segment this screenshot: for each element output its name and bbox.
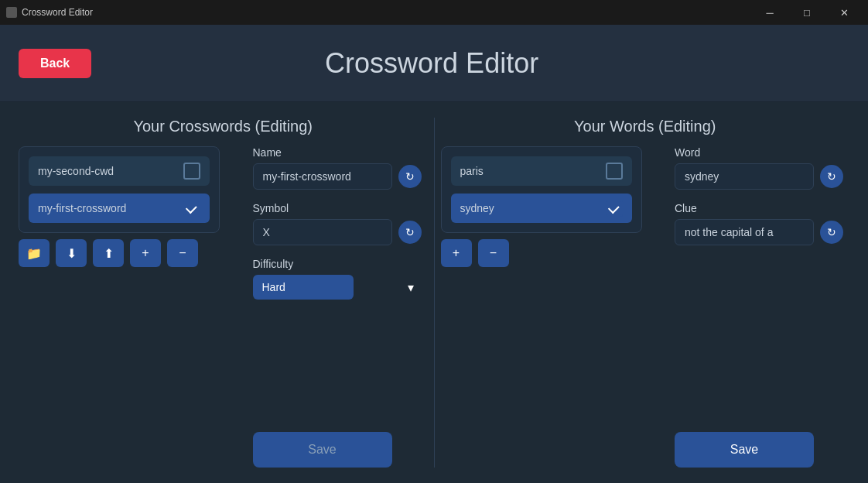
name-label: Name	[253, 146, 422, 159]
name-refresh-button[interactable]: ↻	[398, 165, 422, 188]
difficulty-group: Difficulty Easy Medium Hard Expert	[253, 258, 422, 300]
left-panel: Your Crosswords (Editing) my-second-cwd …	[19, 118, 428, 468]
clue-row: ↻	[675, 219, 843, 245]
page-title: Crossword Editor	[91, 47, 772, 80]
panel-divider	[434, 118, 435, 468]
list-item[interactable]: paris	[451, 156, 632, 186]
list-item[interactable]: sydney	[451, 194, 632, 223]
folder-icon: 📁	[26, 246, 42, 261]
minus-icon: −	[179, 246, 186, 260]
left-list-toolbar: 📁 ⬇ ⬆ + −	[19, 239, 198, 267]
word-group: Word ↻	[675, 146, 843, 190]
word-item-label-0: paris	[460, 165, 484, 177]
crossword-item-checkbox-0[interactable]	[183, 163, 200, 180]
plus-icon: +	[142, 246, 149, 260]
crossword-save-button[interactable]: Save	[253, 432, 392, 468]
remove-word-button[interactable]: −	[478, 239, 509, 267]
remove-crossword-button[interactable]: −	[167, 239, 198, 267]
refresh-icon: ↻	[827, 226, 836, 238]
add-word-button[interactable]: +	[441, 239, 472, 267]
difficulty-select[interactable]: Easy Medium Hard Expert	[253, 275, 354, 300]
title-bar-controls: ─ □ ✕	[752, 0, 862, 25]
minimize-button[interactable]: ─	[752, 0, 788, 25]
word-input[interactable]	[675, 163, 814, 190]
words-list: paris sydney	[441, 146, 642, 233]
word-refresh-button[interactable]: ↻	[820, 165, 843, 188]
app-name: Crossword Editor	[22, 7, 93, 18]
left-panel-inner: my-second-cwd my-first-crossword 📁 ⬇	[19, 146, 428, 468]
word-save-button[interactable]: Save	[675, 432, 814, 468]
crossword-item-label-0: my-second-cwd	[38, 165, 114, 177]
list-item[interactable]: my-second-cwd	[29, 156, 210, 186]
crosswords-list: my-second-cwd my-first-crossword	[19, 146, 220, 233]
word-form: Word ↻ Clue ↻	[668, 146, 849, 468]
title-bar: Crossword Editor ─ □ ✕	[0, 0, 868, 25]
crossword-form: Name ↻ Symbol ↻	[247, 146, 428, 468]
word-item-checkbox-0[interactable]	[606, 163, 623, 180]
maximize-button[interactable]: □	[789, 0, 825, 25]
name-input[interactable]	[253, 163, 392, 190]
back-button[interactable]: Back	[19, 49, 91, 78]
right-panel: Your Words (Editing) paris sydney +	[441, 118, 850, 468]
clue-input[interactable]	[675, 219, 814, 245]
symbol-group: Symbol ↻	[253, 202, 422, 245]
upload-icon: ⬆	[104, 246, 114, 261]
upload-button[interactable]: ⬆	[93, 239, 124, 267]
words-list-section: paris sydney + −	[441, 146, 657, 468]
download-button[interactable]: ⬇	[56, 239, 87, 267]
app-icon	[6, 7, 17, 18]
folder-button[interactable]: 📁	[19, 239, 50, 267]
add-crossword-button[interactable]: +	[130, 239, 161, 267]
right-panel-title: Your Words (Editing)	[574, 118, 716, 135]
title-bar-left: Crossword Editor	[6, 7, 93, 18]
right-list-toolbar: + −	[441, 239, 509, 267]
symbol-input[interactable]	[253, 219, 392, 245]
minus-icon: −	[490, 246, 497, 260]
main-content: Your Crosswords (Editing) my-second-cwd …	[0, 102, 868, 483]
name-group: Name ↻	[253, 146, 422, 190]
clue-label: Clue	[675, 202, 843, 214]
word-item-label-1: sydney	[460, 202, 494, 214]
word-label: Word	[675, 146, 843, 159]
list-item[interactable]: my-first-crossword	[29, 194, 210, 223]
refresh-icon: ↻	[827, 170, 836, 183]
plus-icon: +	[453, 246, 460, 260]
symbol-label: Symbol	[253, 202, 422, 214]
left-panel-title: Your Crosswords (Editing)	[133, 118, 313, 135]
header: Back Crossword Editor	[0, 25, 868, 102]
crosswords-list-section: my-second-cwd my-first-crossword 📁 ⬇	[19, 146, 234, 468]
refresh-icon: ↻	[405, 170, 415, 183]
name-row: ↻	[253, 163, 422, 190]
clue-group: Clue ↻	[675, 202, 843, 245]
crossword-item-checkbox-1[interactable]	[183, 200, 200, 217]
right-panel-inner: paris sydney + −	[441, 146, 850, 468]
download-icon: ⬇	[67, 246, 77, 261]
word-item-checkbox-1[interactable]	[606, 200, 623, 217]
symbol-refresh-button[interactable]: ↻	[398, 221, 422, 244]
clue-refresh-button[interactable]: ↻	[820, 221, 843, 244]
word-row: ↻	[675, 163, 843, 190]
symbol-row: ↻	[253, 219, 422, 245]
crossword-item-label-1: my-first-crossword	[38, 202, 126, 214]
close-button[interactable]: ✕	[826, 0, 862, 25]
difficulty-label: Difficulty	[253, 258, 422, 270]
refresh-icon: ↻	[405, 226, 415, 238]
difficulty-select-wrapper: Easy Medium Hard Expert	[253, 275, 422, 300]
